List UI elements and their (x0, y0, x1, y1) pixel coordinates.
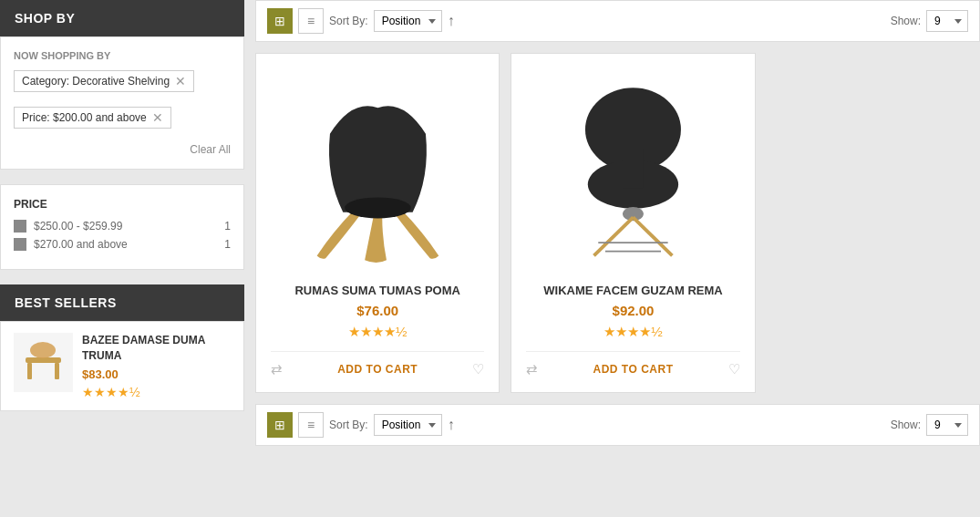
price-range-label-2: $270.00 and above (34, 238, 128, 251)
product-actions-2: ⇄ ADD TO CART ♡ (526, 351, 739, 377)
wishlist-button-1[interactable]: ♡ (472, 361, 484, 377)
svg-rect-7 (623, 150, 644, 189)
filter-category-tag: Category: Decorative Shelving ✕ (14, 70, 231, 99)
product-stars-1: ★★★★½ (271, 324, 484, 340)
svg-point-4 (345, 197, 411, 218)
price-checkbox-2[interactable] (14, 238, 26, 251)
best-seller-name[interactable]: BAZEE DAMASE DUMA TRUMA (82, 333, 231, 364)
price-checkbox-1[interactable] (14, 220, 26, 233)
remove-category-filter[interactable]: ✕ (175, 75, 186, 88)
product-name-2: WIKAME FACEM GUZAM REMA (526, 284, 739, 297)
price-count-1: 1 (224, 220, 231, 233)
price-range-row-2: $270.00 and above 1 (14, 238, 231, 251)
price-range-label-1: $250.00 - $259.99 (34, 220, 122, 233)
sort-select-bottom[interactable]: Position Name Price (374, 414, 442, 436)
best-seller-item: BAZEE DAMASE DUMA TRUMA $83.00 ★★★★½ (0, 321, 244, 411)
best-seller-image (14, 333, 73, 392)
best-seller-stars: ★★★★½ (82, 385, 231, 399)
product-card-2: WIKAME FACEM GUZAM REMA $92.00 ★★★★½ ⇄ A… (511, 53, 755, 393)
price-section-label: PRICE (14, 198, 231, 211)
product-price-2: $92.00 (526, 303, 739, 318)
sort-by-label: Sort By: (329, 15, 368, 27)
best-sellers-label: BEST SELLERS (15, 295, 117, 310)
shop-by-header: SHOP BY (0, 0, 244, 36)
now-shopping-by-label: NOW SHOPPING BY (14, 50, 231, 61)
bottom-toolbar-left: ⊞ ≡ Sort By: Position Name Price ↑ (267, 412, 455, 438)
product-name-1: RUMAS SUMA TUMAS POMA (271, 284, 484, 297)
price-count-2: 1 (224, 238, 231, 251)
filter-category-label: Category: Decorative Shelving (22, 75, 170, 88)
grid-view-button[interactable]: ⊞ (267, 8, 293, 34)
product-grid: RUMAS SUMA TUMAS POMA $76.00 ★★★★½ ⇄ ADD… (255, 53, 980, 393)
remove-price-filter[interactable]: ✕ (152, 111, 163, 124)
best-seller-info: BAZEE DAMASE DUMA TRUMA $83.00 ★★★★½ (82, 333, 231, 399)
top-toolbar: ⊞ ≡ Sort By: Position Name Price ↑ Show:… (255, 0, 980, 42)
sort-direction-button[interactable]: ↑ (448, 13, 455, 29)
filter-price-label: Price: $200.00 and above (22, 111, 147, 124)
clear-all-button[interactable]: Clear All (14, 143, 231, 156)
best-sellers-header: BEST SELLERS (0, 284, 244, 321)
compare-button-1[interactable]: ⇄ (271, 361, 283, 377)
sort-direction-button-bottom[interactable]: ↑ (448, 417, 455, 433)
sort-select[interactable]: Position Name Price (374, 10, 442, 32)
compare-button-2[interactable]: ⇄ (526, 361, 538, 377)
product-actions-1: ⇄ ADD TO CART ♡ (271, 351, 484, 377)
toolbar-left: ⊞ ≡ Sort By: Position Name Price ↑ (267, 8, 455, 34)
best-seller-price: $83.00 (82, 367, 231, 381)
grid-view-button-bottom[interactable]: ⊞ (267, 412, 293, 438)
svg-point-3 (30, 342, 56, 358)
product-stars-2: ★★★★½ (526, 324, 739, 340)
add-to-cart-button-1[interactable]: ADD TO CART (337, 363, 418, 376)
product-price-1: $76.00 (271, 303, 484, 318)
sort-by-label-bottom: Sort By: (329, 419, 368, 431)
shop-by-label: SHOP BY (15, 11, 75, 26)
add-to-cart-button-2[interactable]: ADD TO CART (593, 363, 674, 376)
price-range-row: $250.00 - $259.99 1 (14, 220, 231, 233)
product-image-1 (271, 68, 484, 269)
list-view-button-bottom[interactable]: ≡ (298, 412, 324, 438)
svg-rect-2 (55, 363, 59, 379)
show-label-bottom: Show: (891, 419, 921, 431)
svg-rect-1 (27, 363, 32, 379)
show-label: Show: (891, 15, 921, 27)
empty-product-slot (767, 53, 980, 393)
bottom-toolbar: ⊞ ≡ Sort By: Position Name Price ↑ Show:… (255, 404, 980, 446)
bottom-toolbar-right: Show: 9 15 30 (891, 414, 968, 436)
show-select[interactable]: 9 15 30 (926, 10, 968, 32)
show-select-bottom[interactable]: 9 15 30 (926, 414, 968, 436)
wishlist-button-2[interactable]: ♡ (728, 361, 740, 377)
filter-price-tag: Price: $200.00 and above ✕ (14, 107, 231, 136)
toolbar-right: Show: 9 15 30 (891, 10, 968, 32)
list-view-button[interactable]: ≡ (298, 8, 324, 34)
product-image-2 (526, 68, 739, 269)
product-card-1: RUMAS SUMA TUMAS POMA $76.00 ★★★★½ ⇄ ADD… (255, 53, 500, 393)
